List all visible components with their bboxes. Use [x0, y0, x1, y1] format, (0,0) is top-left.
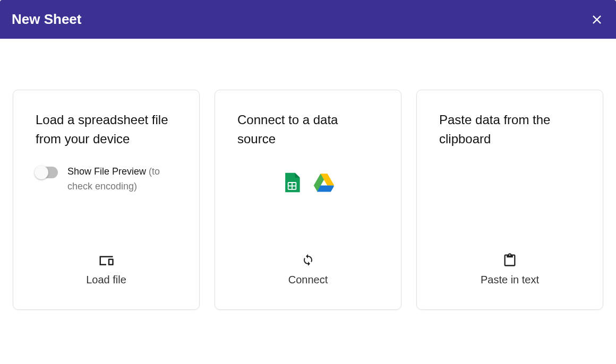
- card-title: Connect to a data source: [237, 110, 379, 149]
- clipboard-icon: [501, 252, 518, 268]
- modal-title: New Sheet: [12, 11, 82, 28]
- data-source-icons: [237, 171, 379, 194]
- file-preview-toggle[interactable]: [36, 167, 58, 178]
- load-file-action[interactable]: Load file: [36, 252, 177, 286]
- modal-header: New Sheet: [0, 0, 616, 39]
- card-title: Load a spreadsheet file from your device: [36, 110, 177, 149]
- file-preview-toggle-row: Show File Preview (to check encoding): [36, 164, 177, 194]
- close-button[interactable]: [589, 12, 604, 27]
- file-preview-toggle-label: Show File Preview (to check encoding): [67, 164, 177, 194]
- close-icon: [591, 14, 603, 25]
- connect-action[interactable]: Connect: [237, 252, 379, 286]
- toggle-knob: [35, 166, 48, 179]
- sync-icon: [300, 252, 316, 268]
- devices-icon: [98, 252, 115, 268]
- options-container: Load a spreadsheet file from your device…: [0, 39, 616, 331]
- google-drive-icon: [312, 171, 336, 194]
- load-file-label: Load file: [86, 274, 126, 286]
- google-sheets-icon: [280, 171, 304, 194]
- card-connect-source: Connect to a data source: [215, 90, 401, 310]
- connect-label: Connect: [288, 274, 328, 286]
- toggle-label-text: Show File Preview: [67, 166, 146, 177]
- paste-label: Paste in text: [481, 274, 539, 286]
- paste-action[interactable]: Paste in text: [439, 252, 580, 286]
- card-paste-data: Paste data from the clipboard Paste in t…: [416, 90, 603, 310]
- card-title: Paste data from the clipboard: [439, 110, 580, 149]
- card-load-file: Load a spreadsheet file from your device…: [13, 90, 200, 310]
